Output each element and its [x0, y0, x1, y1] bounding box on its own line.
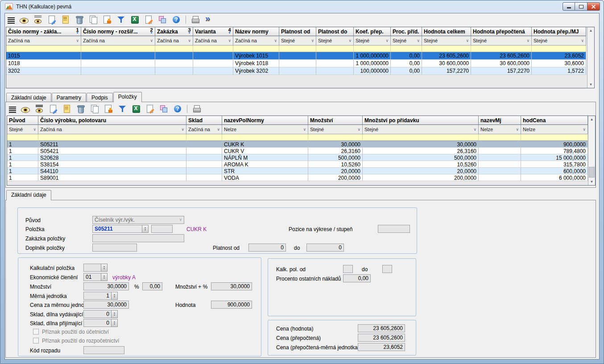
filter-operator-dropdown[interactable]: Stejné: [471, 36, 532, 46]
filter-input-cell[interactable]: [521, 134, 588, 141]
filter-operator-dropdown[interactable]: Začíná na: [186, 125, 222, 134]
view-columns-icon[interactable]: [35, 104, 44, 113]
filter-operator-dropdown[interactable]: Stejné: [363, 125, 479, 134]
column-header[interactable]: nazevPolNormy: [222, 116, 308, 125]
table-row[interactable]: 1015Výrobek 10151 000,0000000,0023 605,2…: [6, 52, 586, 60]
print-icon[interactable]: [192, 104, 201, 113]
print-layout-icon[interactable]: [159, 104, 168, 113]
filter-operator-dropdown[interactable]: Stejné: [354, 36, 391, 46]
filter-operator-dropdown[interactable]: Začíná na: [81, 36, 155, 46]
filter-input-cell[interactable]: [6, 46, 81, 52]
kalkulacni-field[interactable]: [83, 264, 101, 272]
table-row[interactable]: 1S20628NÁPLŇ M500,0000500,000015 000,000…: [7, 154, 588, 161]
column-header[interactable]: Sklad: [186, 116, 222, 125]
column-header[interactable]: hodCena: [521, 116, 588, 125]
tab-zakladni-udaje[interactable]: Základní údaje: [6, 190, 51, 200]
filter-operator-dropdown[interactable]: Stejné: [391, 36, 422, 46]
polozka-spinner[interactable]: [142, 225, 149, 233]
title-bar[interactable]: THN (Kalkulace) pevná: [0, 0, 604, 13]
mnozstvi-field[interactable]: 30,0000: [83, 282, 129, 290]
copy-record-icon[interactable]: [90, 104, 99, 113]
minimize-button[interactable]: [563, 2, 575, 11]
mass-change-icon[interactable]: [104, 104, 113, 113]
ucetnictvi-checkbox[interactable]: [33, 329, 39, 335]
kalk-pol-od-field[interactable]: [343, 265, 353, 273]
kalk-pol-do-field[interactable]: [382, 265, 392, 273]
excel-export-icon[interactable]: [132, 104, 141, 113]
filter-icon[interactable]: [116, 15, 125, 24]
tab-parametry[interactable]: Parametry: [52, 93, 86, 102]
filter-input-cell[interactable]: [316, 46, 354, 52]
rows-icon[interactable]: [9, 107, 16, 113]
view-icon[interactable]: [21, 107, 30, 113]
column-header[interactable]: Číslo normy - zákla...1: [6, 27, 81, 36]
cena-hodnota-field[interactable]: 23 605,2600: [358, 324, 405, 332]
procento-nakladu-field[interactable]: 0,00: [343, 274, 371, 282]
filter-input-cell[interactable]: [193, 46, 233, 52]
percent-field[interactable]: 0,00: [142, 282, 162, 290]
platnost-do-field[interactable]: 0: [306, 244, 344, 252]
filter-input-cell[interactable]: [532, 46, 586, 52]
scroll-down-arrow[interactable]: [587, 81, 594, 88]
mass-change-icon[interactable]: [103, 15, 112, 24]
column-header[interactable]: Varianta4: [193, 27, 233, 36]
edit-record-icon[interactable]: [61, 15, 70, 24]
merna-field[interactable]: 1: [83, 292, 112, 300]
cena-mj-field[interactable]: 30,0000: [83, 301, 129, 309]
puvod-combobox[interactable]: Číselník výr./výk.: [92, 216, 184, 224]
filter-input-cell[interactable]: [391, 46, 422, 52]
next-actions-icon[interactable]: [205, 15, 214, 24]
filter-operator-dropdown[interactable]: Stejné: [532, 36, 586, 46]
table-row[interactable]: 3202Výrobek 3202100,0000000,00157,227015…: [6, 67, 586, 75]
vertical-scrollbar[interactable]: [588, 116, 595, 185]
column-header[interactable]: Platnost od: [279, 27, 316, 36]
kod-rozpadu-field[interactable]: [83, 346, 124, 354]
tab-podpis[interactable]: Podpis: [87, 93, 113, 102]
polozka-extra-field[interactable]: [151, 225, 173, 233]
doplnek-field[interactable]: [92, 244, 137, 252]
zakazka-polozky-field[interactable]: [92, 234, 184, 242]
filter-operator-dropdown[interactable]: Nelze: [222, 125, 308, 134]
filter-operator-dropdown[interactable]: Stejné: [279, 36, 316, 46]
vertical-scrollbar[interactable]: [587, 27, 594, 88]
filter-input-cell[interactable]: [308, 134, 363, 141]
scroll-down-arrow[interactable]: [588, 178, 595, 185]
edit-external-icon[interactable]: [145, 104, 154, 113]
close-button[interactable]: [587, 2, 600, 11]
filter-input-cell[interactable]: [363, 134, 479, 141]
filter-input-cell[interactable]: [38, 134, 186, 141]
delete-record-icon[interactable]: [76, 104, 85, 113]
cena-prepoctena-field[interactable]: 23 605,2600: [358, 334, 405, 342]
sklad-vydavajici-spinner[interactable]: [111, 310, 118, 318]
column-header[interactable]: Původ: [7, 116, 38, 125]
column-header[interactable]: Název normy: [233, 27, 279, 36]
view-columns-icon[interactable]: [33, 15, 42, 24]
table-row[interactable]: 1S89001VODA200,0000200,00006 000,0000: [7, 174, 588, 181]
table-row[interactable]: 1S05211CUKR K30,000030,0000900,0000: [7, 141, 588, 148]
delete-record-icon[interactable]: [75, 15, 84, 24]
filter-input-cell[interactable]: [186, 134, 222, 141]
filter-input-cell[interactable]: [471, 46, 532, 52]
edit-record-icon[interactable]: [62, 104, 71, 113]
new-record-icon[interactable]: [49, 104, 58, 113]
polozka-field[interactable]: S05211: [92, 225, 142, 233]
column-header[interactable]: Koef. přep.: [354, 27, 391, 36]
filter-operator-dropdown[interactable]: Začíná na: [38, 125, 186, 134]
filter-operator-dropdown[interactable]: Stejné: [308, 125, 363, 134]
column-header[interactable]: Proc. příd.: [391, 27, 422, 36]
hodnota-field[interactable]: 900,0000: [211, 301, 252, 309]
print-icon[interactable]: [191, 15, 200, 24]
table-row[interactable]: 1S44110STR20,000020,0000600,0000: [7, 168, 588, 174]
filter-input-cell[interactable]: [233, 46, 279, 52]
mnozstvi-pct-field[interactable]: 30,0000: [211, 282, 252, 290]
kalkulacni-spinner[interactable]: [101, 264, 108, 272]
filter-operator-dropdown[interactable]: Začíná na: [233, 36, 279, 46]
cena-prepoctena-mj-field[interactable]: 23,6052: [358, 343, 405, 351]
filter-input-cell[interactable]: [422, 46, 471, 52]
copy-record-icon[interactable]: [89, 15, 98, 24]
edit-external-icon[interactable]: [144, 15, 153, 24]
scrollbar-thumb[interactable]: [589, 167, 595, 178]
column-header[interactable]: Zakázka3: [155, 27, 193, 36]
help-icon[interactable]: [173, 104, 182, 113]
filter-operator-dropdown[interactable]: Začíná na: [193, 36, 233, 46]
